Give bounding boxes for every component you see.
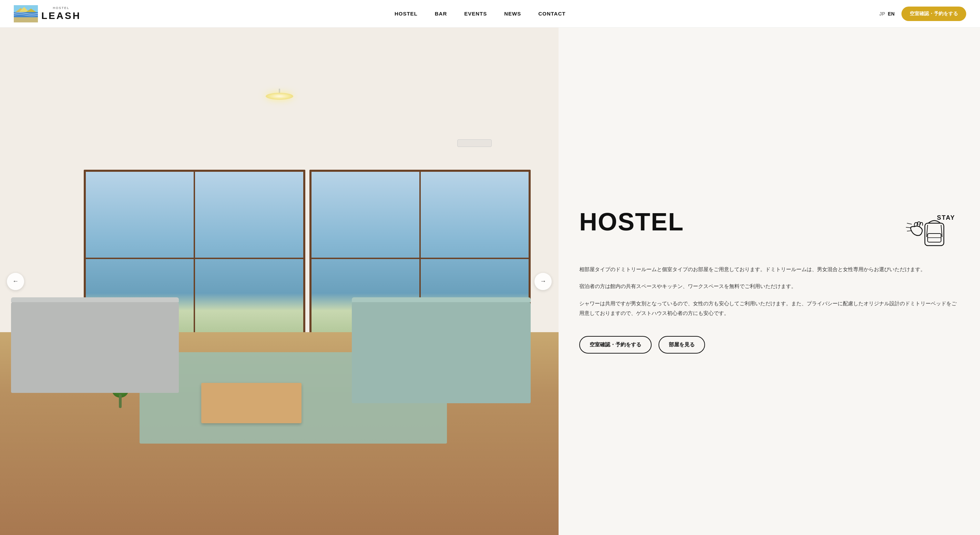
main-nav: HOSTEL BAR EVENTS NEWS CONTACT <box>395 11 566 16</box>
ac-unit <box>457 139 492 147</box>
slider-prev-button[interactable]: ← <box>7 273 24 290</box>
sofa-right <box>352 302 531 403</box>
action-buttons: 空室確認・予約をする 部屋を見る <box>579 336 959 354</box>
svg-rect-5 <box>14 17 38 22</box>
logo-sub-text: HOSTEL <box>41 6 81 10</box>
image-slider: ← → <box>0 27 558 535</box>
lang-en[interactable]: EN <box>888 11 894 16</box>
header-right: JP EN 空室確認・予約をする <box>879 6 966 21</box>
room-image <box>0 27 558 535</box>
coffee-table <box>201 383 302 423</box>
stay-svg-icon: STAY <box>904 209 959 254</box>
description-para2: 宿泊者の方は館内の共有スペースやキッチン、ワークスペースを無料でご利用いただけま… <box>579 281 959 291</box>
language-switcher: JP EN <box>879 11 894 16</box>
slider-next-button[interactable]: → <box>535 273 552 290</box>
hostel-header-area: HOSTEL STAY <box>579 209 959 254</box>
nav-contact[interactable]: CONTACT <box>538 11 565 16</box>
reservation-header-button[interactable]: 空室確認・予約をする <box>901 6 966 21</box>
nav-events[interactable]: EVENTS <box>464 11 487 16</box>
svg-text:STAY: STAY <box>937 214 955 221</box>
stay-illustration: STAY <box>904 209 959 254</box>
main-content: ← → HOSTEL STAY <box>0 27 980 535</box>
nav-bar[interactable]: BAR <box>435 11 447 16</box>
info-section: HOSTEL STAY <box>558 27 980 535</box>
description-para3: シャワーは共用ですが男女別となっているので、女性の方も安心してご利用いただけます… <box>579 299 959 318</box>
logo-main-text: LEASH <box>41 10 81 21</box>
hostel-title: HOSTEL <box>579 209 684 234</box>
nav-hostel[interactable]: HOSTEL <box>395 11 418 16</box>
reservation-button[interactable]: 空室確認・予約をする <box>579 336 652 354</box>
logo-icon <box>14 5 38 22</box>
svg-line-10 <box>907 223 912 224</box>
svg-line-12 <box>907 231 911 231</box>
sofa-left <box>11 302 178 393</box>
nav-news[interactable]: NEWS <box>504 11 521 16</box>
site-header: HOSTEL LEASH HOSTEL BAR EVENTS NEWS CONT… <box>0 0 980 27</box>
logo[interactable]: HOSTEL LEASH <box>14 5 81 22</box>
svg-line-11 <box>906 227 910 228</box>
rooms-button[interactable]: 部屋を見る <box>659 336 705 354</box>
ceiling-light <box>266 89 293 100</box>
lang-jp[interactable]: JP <box>879 11 885 16</box>
description-para1: 相部屋タイプのドミトリールームと個室タイプのお部屋をご用意しております。ドミトリ… <box>579 265 959 274</box>
